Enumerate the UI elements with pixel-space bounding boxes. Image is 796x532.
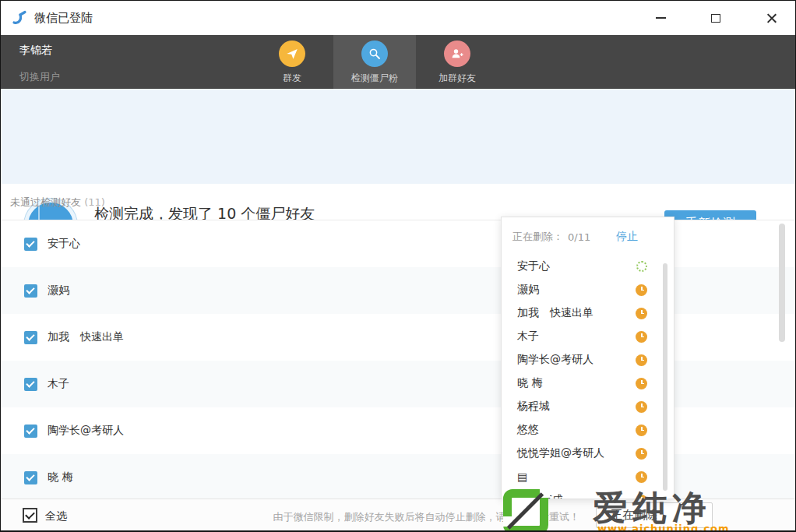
- friend-checkbox[interactable]: [24, 238, 37, 251]
- select-all-label: 全选: [45, 509, 67, 523]
- section-label: 未通过检测好友 (11): [10, 196, 105, 210]
- popup-row: 灏妈: [502, 278, 674, 301]
- magnifier-icon: [361, 41, 388, 67]
- close-icon: [766, 12, 777, 24]
- friend-checkbox[interactable]: [24, 284, 37, 298]
- friend-row: 陶学长@考研人: [1, 407, 795, 454]
- clock-icon: [636, 425, 647, 436]
- watermark: 爱纯净 www.aichunjing.com: [499, 487, 796, 532]
- tab-label: 群发: [283, 72, 301, 85]
- person-add-icon: [444, 41, 470, 67]
- clock-icon: [636, 378, 647, 389]
- section-title: 未通过检测好友: [10, 196, 81, 208]
- clock-icon: [636, 471, 647, 483]
- popup-friend-name: 晓 梅: [517, 376, 542, 390]
- section-count: (11): [84, 196, 105, 208]
- clock-icon: [636, 401, 647, 413]
- result-banner: 检测完成，发现了 10 个僵尸好友 您可以在下边的列表中对这些僵尸好友进行相关操…: [1, 89, 795, 184]
- minimize-icon: [656, 17, 666, 19]
- clock-icon: [636, 354, 647, 366]
- watermark-url: www.aichunjing.com: [597, 523, 729, 532]
- stop-link[interactable]: 停止: [616, 230, 638, 244]
- clock-icon: [636, 308, 647, 319]
- tab-add-group-friends[interactable]: 加群好友: [416, 35, 498, 89]
- header-bar: 李锦若 切换用户 群发 检测僵尸粉: [1, 35, 795, 89]
- tab-label: 检测僵尸粉: [351, 72, 398, 85]
- popup-scrollbar-thumb[interactable]: [663, 263, 667, 491]
- deleting-status-label: 正在删除：: [512, 230, 563, 244]
- friend-checkbox[interactable]: [24, 378, 37, 391]
- tab-detect-zombies[interactable]: 检测僵尸粉: [333, 35, 416, 89]
- paper-plane-icon: [279, 41, 305, 67]
- close-button[interactable]: [759, 7, 783, 29]
- tab-mass-send[interactable]: 群发: [251, 35, 333, 89]
- friend-row: 木子: [1, 361, 795, 407]
- friend-name: 加我 快速出单: [48, 330, 124, 344]
- app-window: 微信已登陆 李锦若 切换用户 群发 检测僵尸粉: [0, 0, 796, 532]
- popup-friend-name: 杨程城: [517, 400, 550, 414]
- popup-row: 杨程城: [502, 395, 674, 418]
- friend-row: 安于心: [1, 220, 795, 267]
- friend-name: 灏妈: [48, 284, 69, 298]
- friend-checkbox[interactable]: [24, 471, 37, 484]
- window-title: 微信已登陆: [34, 11, 93, 26]
- popup-row: 陶学长@考研人: [502, 348, 674, 372]
- deleting-progress: 0/11: [568, 231, 590, 243]
- title-bar: 微信已登陆: [1, 1, 795, 35]
- friend-name: 木子: [48, 377, 69, 391]
- popup-friend-name: ▤: [517, 470, 527, 483]
- friend-name: 安于心: [48, 237, 80, 251]
- tab-strip: 群发 检测僵尸粉: [251, 35, 498, 89]
- popup-friend-name: 加我 快速出单: [517, 306, 593, 320]
- friend-row: 灏妈: [1, 267, 795, 314]
- clock-icon: [636, 448, 647, 460]
- friend-checkbox[interactable]: [24, 331, 37, 344]
- select-all-checkbox[interactable]: [23, 508, 37, 523]
- friend-checkbox[interactable]: [24, 425, 37, 438]
- minimize-button[interactable]: [649, 7, 672, 29]
- main-scrollbar-thumb[interactable]: [779, 224, 785, 342]
- aichunjing-logo-icon: [503, 489, 548, 532]
- popup-friend-name: 木子: [517, 329, 539, 344]
- popup-friend-name: 悠悠: [517, 423, 539, 437]
- friend-list: 安于心灏妈加我 快速出单木子陶学长@考研人晓 梅: [1, 220, 795, 501]
- friend-name: 陶学长@考研人: [48, 424, 124, 438]
- popup-row: 晓 梅: [502, 372, 674, 395]
- friend-name: 晓 梅: [48, 470, 72, 484]
- clock-icon: [636, 331, 647, 343]
- app-logo-icon: [12, 10, 27, 26]
- tab-label: 加群好友: [439, 72, 476, 85]
- maximize-icon: [711, 14, 720, 23]
- popup-row: 加我 快速出单: [502, 301, 674, 325]
- friend-row: 加我 快速出单: [1, 314, 795, 361]
- clock-icon: [636, 284, 647, 296]
- deleting-popup: 正在删除： 0/11 停止 安于心灏妈加我 快速出单木子陶学长@考研人晓 梅杨程…: [501, 217, 674, 499]
- spinner-icon: [636, 261, 647, 272]
- popup-friend-name: 悦悦学姐@考研人: [517, 446, 604, 460]
- popup-row: 木子: [502, 325, 674, 348]
- logo-slash: [507, 492, 544, 529]
- switch-user-link[interactable]: 切换用户: [19, 70, 60, 84]
- popup-friend-name: 安于心: [517, 259, 550, 273]
- popup-row: 悠悠: [502, 418, 674, 442]
- popup-header: 正在删除： 0/11 停止: [502, 217, 674, 244]
- popup-friend-name: 灏妈: [517, 283, 539, 297]
- popup-list: 安于心灏妈加我 快速出单木子陶学长@考研人晓 梅杨程城悠悠悦悦学姐@考研人▤事有…: [502, 255, 674, 499]
- current-user-name: 李锦若: [19, 44, 52, 58]
- popup-row: 安于心: [502, 255, 674, 278]
- popup-friend-name: 陶学长@考研人: [517, 353, 593, 367]
- popup-row: 悦悦学姐@考研人: [502, 442, 674, 465]
- maximize-button[interactable]: [704, 7, 727, 29]
